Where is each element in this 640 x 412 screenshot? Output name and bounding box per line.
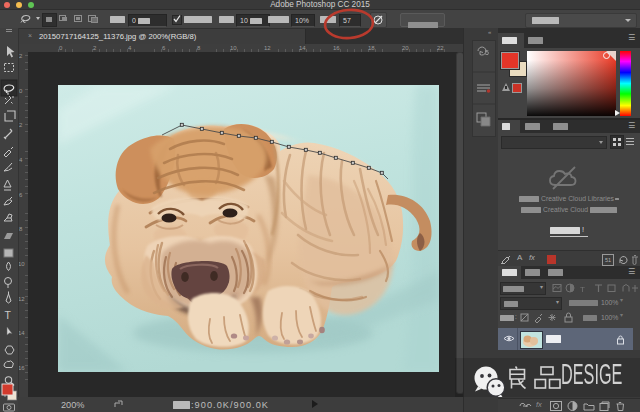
svg-text:T: T (580, 285, 585, 294)
svg-text:5: 5 (485, 49, 489, 56)
svg-text:T: T (5, 309, 12, 321)
